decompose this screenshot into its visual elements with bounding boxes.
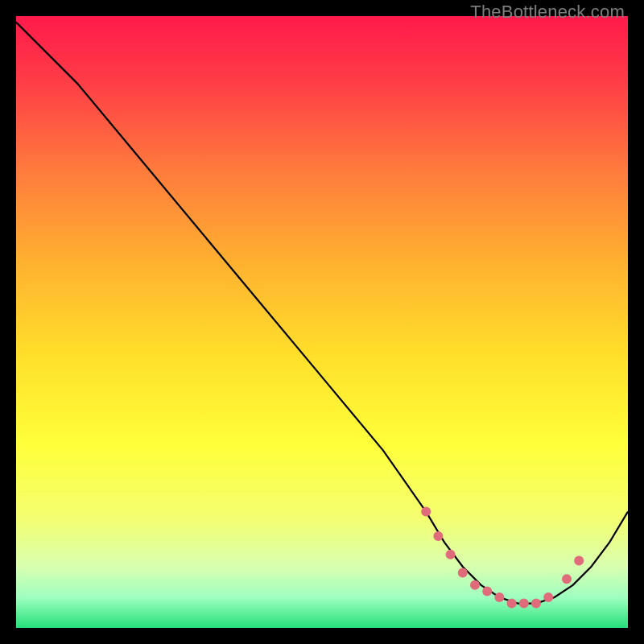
chart-frame [16, 16, 628, 628]
marker-point [421, 507, 431, 517]
marker-point [519, 599, 529, 609]
marker-point [574, 555, 584, 565]
marker-point [458, 568, 468, 578]
marker-point [446, 550, 456, 559]
marker-point [507, 599, 517, 609]
chart-svg [16, 16, 628, 628]
marker-point [482, 586, 492, 596]
watermark-text: TheBottleneck.com [470, 2, 625, 23]
marker-point [470, 580, 480, 590]
marker-point [433, 531, 443, 541]
marker-point [562, 574, 572, 584]
gradient-background [16, 16, 628, 628]
marker-point [543, 592, 553, 602]
marker-point [494, 592, 504, 602]
marker-point [531, 599, 541, 609]
